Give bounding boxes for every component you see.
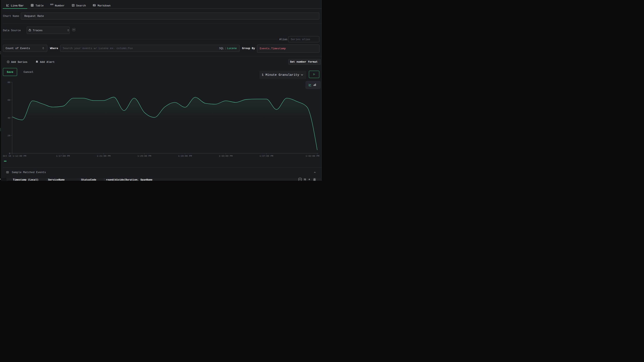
svg-text:80: 80 [8,81,10,84]
svg-text:1:29:00 PM: 1:29:00 PM [178,155,192,157]
svg-text:1:17:00 PM: 1:17:00 PM [56,155,70,157]
svg-text:1:33:00 PM: 1:33:00 PM [219,155,233,157]
svg-text:1:42:00 PM: 1:42:00 PM [306,155,319,157]
svg-text:60: 60 [8,99,10,101]
svg-text:1:25:00 PM: 1:25:00 PM [138,155,151,157]
svg-text:1:21:00 PM: 1:21:00 PM [97,155,110,157]
svg-text:20: 20 [8,134,10,137]
svg-text:40: 40 [8,117,10,119]
svg-text:1:37:00 PM: 1:37:00 PM [260,155,273,157]
svg-text:Oct 16 1:12:00 PM: Oct 16 1:12:00 PM [3,155,26,157]
svg-text:0: 0 [9,152,10,155]
